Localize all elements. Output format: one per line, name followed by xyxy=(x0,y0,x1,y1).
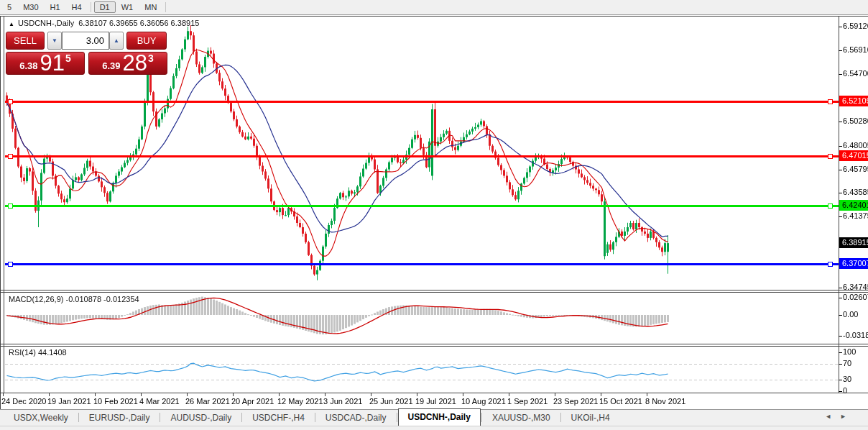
date-label: 3 Jun 2021 xyxy=(323,397,362,406)
rsi-panel-title: RSI(14) 44.1408 xyxy=(9,348,67,357)
price-tag-6.42401: 6.42401 xyxy=(839,200,868,211)
tab-separator xyxy=(78,413,79,422)
macd-rsi-splitter[interactable] xyxy=(0,344,868,344)
tab-scroll-right-icon[interactable]: ► xyxy=(840,413,855,420)
macd-tick-label: 0.02607 xyxy=(843,293,868,301)
tab-scroll-left-icon[interactable]: ◄ xyxy=(825,413,840,420)
chart-tab-USDCNH-Daily[interactable]: USDCNH-,Daily xyxy=(398,408,481,426)
resistance-line-6.52109[interactable] xyxy=(5,101,839,103)
tab-scroll-arrows[interactable]: ◄► xyxy=(825,413,855,420)
chart-window-top-border xyxy=(0,16,868,17)
chart-tab-bar: USDX,WeeklyEURUSD-,DailyAUDUSD-,DailyUSD… xyxy=(0,409,868,426)
timeframe-button-H4[interactable]: H4 xyxy=(66,1,88,13)
date-tick xyxy=(509,393,509,396)
date-label: 10 Aug 2021 xyxy=(461,397,506,406)
date-tick xyxy=(647,393,647,396)
timeframe-button-W1[interactable]: W1 xyxy=(116,1,139,13)
timeframe-button-M30[interactable]: M30 xyxy=(17,1,44,13)
tab-separator xyxy=(315,413,315,422)
date-tick xyxy=(325,393,326,396)
price-tag-6.47015: 6.47015 xyxy=(839,150,868,161)
toolbar-separator xyxy=(165,2,166,12)
timeframe-button-MN[interactable]: MN xyxy=(139,1,162,13)
resistance-line-6.47015-handle-right[interactable] xyxy=(828,154,833,159)
price-tag-6.52109: 6.52109 xyxy=(839,96,868,106)
price-tick xyxy=(839,122,842,122)
chart-tab-USDX-Weekly[interactable]: USDX,Weekly xyxy=(4,411,78,426)
price-tick-label: 6.54700 xyxy=(843,69,868,78)
tab-separator xyxy=(560,413,561,422)
price-tick-label: 6.59120 xyxy=(843,22,868,30)
sell-button[interactable]: SELL xyxy=(6,32,45,50)
resistance-line-6.52109-handle-left[interactable] xyxy=(8,99,13,104)
volume-increase-button[interactable]: ▲ xyxy=(109,32,124,50)
timeframe-button-5[interactable]: 5 xyxy=(1,1,17,13)
price-tag-6.37007: 6.37007 xyxy=(839,258,868,269)
price-tick xyxy=(839,193,842,193)
status-bar xyxy=(0,426,868,430)
chart-tab-USDCHF-H4[interactable]: USDCHF-,H4 xyxy=(243,411,314,426)
chart-window-left-border xyxy=(0,16,1,426)
chart-tab-UKOil-H4[interactable]: UKOil-,H4 xyxy=(562,411,619,426)
resistance-line-6.47015-handle-left[interactable] xyxy=(8,154,13,159)
price-tick-label: 6.43585 xyxy=(843,188,868,196)
timeframe-button-D1[interactable]: D1 xyxy=(94,1,116,13)
resistance-line-6.47015[interactable] xyxy=(5,155,839,157)
ask-quote[interactable]: 6.39 28 3 xyxy=(88,52,167,75)
rsi-tick-label: 0 xyxy=(843,386,847,395)
macd-tick xyxy=(839,298,842,298)
macd-tick-label: -0.03187 xyxy=(843,331,868,339)
date-label: 12 May 2021 xyxy=(277,397,323,406)
support-line-6.42401-handle-right[interactable] xyxy=(828,203,833,209)
support-line-6.42401-handle-left[interactable] xyxy=(8,203,13,209)
support-line-6.42401[interactable] xyxy=(5,205,839,207)
bid-price-prefix: 6.38 xyxy=(19,60,37,71)
date-tick xyxy=(95,393,96,396)
collapse-arrow-icon[interactable]: ▲ xyxy=(9,21,14,27)
price-tick-label: 6.50280 xyxy=(843,116,868,125)
date-tick xyxy=(555,393,555,396)
rsi-tick-label: 100 xyxy=(843,347,856,356)
date-label: 8 Nov 2021 xyxy=(645,397,685,406)
price-tick xyxy=(839,74,842,75)
chart-tab-USDCAD-Daily[interactable]: USDCAD-,Daily xyxy=(316,411,396,426)
chart-tab-EURUSD-Daily[interactable]: EURUSD-,Daily xyxy=(80,411,160,426)
ask-price-prefix: 6.39 xyxy=(102,60,120,71)
date-label: 26 Mar 2021 xyxy=(185,397,230,406)
tab-separator xyxy=(241,413,242,422)
macd-tick xyxy=(839,336,842,337)
price-tick xyxy=(839,288,842,288)
buy-button[interactable]: BUY xyxy=(126,32,167,50)
tab-separator xyxy=(481,413,482,422)
date-tick xyxy=(187,393,188,396)
date-tick xyxy=(601,393,601,396)
timeframe-toolbar[interactable]: 5M30H1H4D1W1MN xyxy=(0,0,868,15)
date-label: 19 Jan 2021 xyxy=(47,397,91,406)
ask-price-big: 28 xyxy=(123,52,147,73)
timeframe-button-H1[interactable]: H1 xyxy=(45,1,66,13)
volume-decrease-button[interactable]: ▼ xyxy=(47,32,62,50)
support-line-6.37007-handle-right[interactable] xyxy=(828,262,833,267)
rsi-tick xyxy=(839,391,842,392)
bid-price-big: 91 xyxy=(40,52,65,73)
ask-price-pip: 3 xyxy=(148,52,154,64)
macd-panel-title: MACD(12,26,9) -0.010878 -0.012354 xyxy=(9,295,139,303)
bid-quote[interactable]: 6.38 91 5 xyxy=(6,52,85,75)
bid-price-pip: 5 xyxy=(65,52,71,64)
resistance-line-6.52109-handle-right[interactable] xyxy=(828,99,833,104)
chart-tab-AUDUSD-Daily[interactable]: AUDUSD-,Daily xyxy=(161,411,241,426)
date-tick xyxy=(417,393,417,396)
rsi-tick-label: 30 xyxy=(843,375,851,383)
support-line-6.37007[interactable] xyxy=(5,263,839,265)
chart-inner-left-border xyxy=(4,17,4,393)
date-label: 15 Oct 2021 xyxy=(599,397,642,406)
date-tick xyxy=(463,393,463,396)
main-macd-splitter[interactable] xyxy=(0,290,868,291)
volume-input[interactable]: 3.00 xyxy=(62,32,109,50)
rsi-tick-label: 70 xyxy=(843,359,851,367)
price-tick xyxy=(839,170,842,170)
support-line-6.37007-handle-left[interactable] xyxy=(8,262,13,267)
tab-separator xyxy=(160,413,160,422)
chart-tab-XAUUSD-M30[interactable]: XAUUSD-,M30 xyxy=(483,411,560,426)
tab-separator xyxy=(397,413,397,422)
